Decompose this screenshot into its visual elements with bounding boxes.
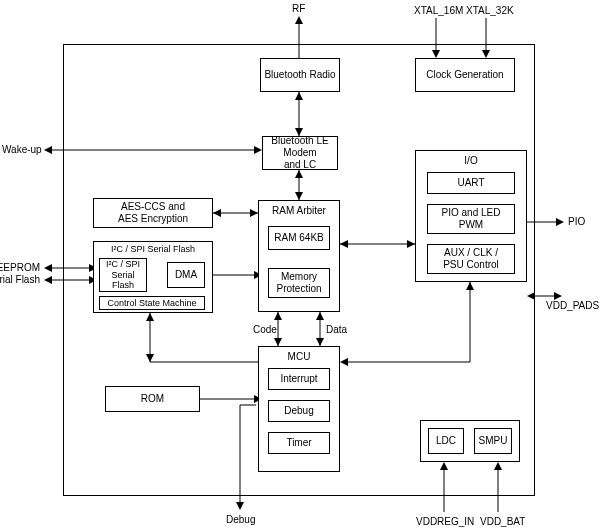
label-data: Data xyxy=(326,324,347,335)
text: Timer xyxy=(286,437,311,449)
title: I/O xyxy=(464,155,477,167)
text: I²C / SPI Serial Flash xyxy=(106,259,140,291)
svg-marker-1 xyxy=(295,16,303,24)
block-ble-modem: Bluetooth LE Modem and LC xyxy=(262,136,338,170)
label-spi-serial-flash: SPI Serial Flash xyxy=(0,274,40,285)
block-clock-generation: Clock Generation xyxy=(415,58,515,92)
title: MCU xyxy=(288,351,311,363)
block-aux-clk: AUX / CLK / PSU Control xyxy=(427,244,515,274)
block-control-state-machine: Control State Machine xyxy=(99,296,205,310)
text: Bluetooth Radio xyxy=(264,69,335,81)
block-pio-led: PIO and LED PWM xyxy=(427,204,515,234)
text: LDC xyxy=(436,435,456,447)
label-rf: RF xyxy=(292,3,305,14)
svg-marker-25 xyxy=(554,292,562,300)
svg-marker-33 xyxy=(44,276,52,284)
label-vddreg-in: VDDREG_IN xyxy=(416,516,474,527)
text: SMPU xyxy=(479,435,508,447)
block-aes: AES-CCS and AES Encryption xyxy=(93,198,213,228)
text: DMA xyxy=(175,269,197,281)
text: Control State Machine xyxy=(107,298,196,309)
block-timer: Timer xyxy=(268,432,330,454)
label-i2c-eeprom: I²C EEPROM xyxy=(0,262,40,273)
block-ram-64kb: RAM 64KB xyxy=(268,226,330,250)
svg-marker-51 xyxy=(236,502,244,510)
label-xtal32: XTAL_32K xyxy=(466,5,514,16)
block-smpu: SMPU xyxy=(474,428,512,454)
block-debug: Debug xyxy=(268,400,330,422)
block-memory-protection: Memory Protection xyxy=(268,268,330,298)
text: Memory Protection xyxy=(276,271,321,295)
title: I²C / SPI Serial Flash xyxy=(111,244,195,255)
label-xtal16: XTAL_16M xyxy=(414,5,463,16)
text: RAM 64KB xyxy=(274,232,323,244)
svg-marker-22 xyxy=(556,218,564,226)
block-bluetooth-radio: Bluetooth Radio xyxy=(260,58,340,92)
label-code: Code xyxy=(253,324,277,335)
block-ldc: LDC xyxy=(428,428,464,454)
text: AUX / CLK / PSU Control xyxy=(443,247,499,271)
text: ROM xyxy=(141,393,164,405)
text: Interrupt xyxy=(280,373,317,385)
text: PIO and LED PWM xyxy=(442,207,501,231)
label-wakeup: Wake-up xyxy=(2,144,42,155)
label-vdd-bat: VDD_BAT xyxy=(480,516,525,527)
block-spi-flash: I²C / SPI Serial Flash xyxy=(99,258,147,292)
text: Debug xyxy=(284,405,313,417)
svg-marker-29 xyxy=(44,264,52,272)
text: AES-CCS and AES Encryption xyxy=(118,201,188,225)
label-debug-out: Debug xyxy=(226,514,255,525)
label-pio-out: PIO xyxy=(568,216,585,227)
text: UART xyxy=(457,177,484,189)
text: Bluetooth LE Modem and LC xyxy=(265,135,335,171)
block-rom: ROM xyxy=(105,386,200,412)
title: RAM Arbiter xyxy=(272,205,326,217)
block-dma: DMA xyxy=(167,262,205,288)
block-interrupt: Interrupt xyxy=(268,368,330,390)
label-vdd-pads: VDD_PADS xyxy=(546,300,599,311)
block-uart: UART xyxy=(427,172,515,194)
text: Clock Generation xyxy=(426,69,503,81)
svg-marker-11 xyxy=(44,146,52,154)
